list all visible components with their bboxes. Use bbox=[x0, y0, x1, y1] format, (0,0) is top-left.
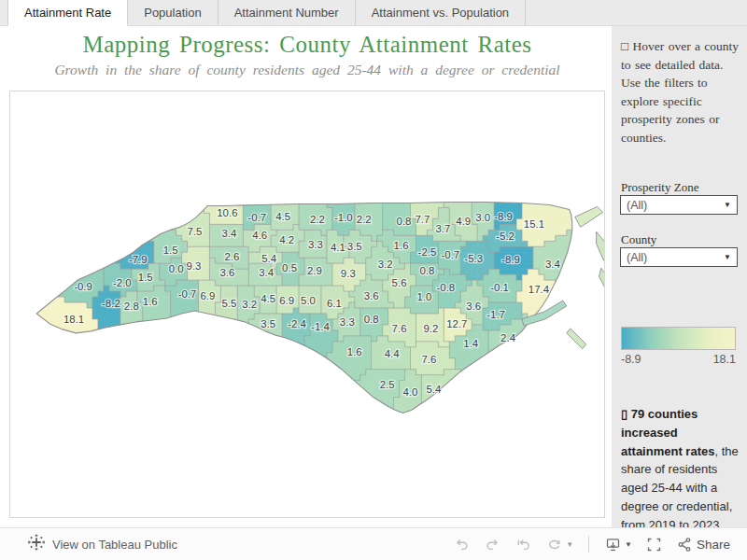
fullscreen-button[interactable] bbox=[645, 537, 663, 553]
county-value-label: 1.6 bbox=[394, 240, 409, 251]
tableau-logo-icon[interactable] bbox=[28, 534, 45, 554]
outer-banks-island bbox=[575, 206, 603, 227]
county-value-label: 4.1 bbox=[331, 242, 345, 253]
county-value-label: 3.3 bbox=[308, 239, 323, 250]
county-value-label: 2.2 bbox=[310, 214, 325, 225]
county-filter-label: County bbox=[621, 232, 656, 247]
county-choropleth-map[interactable]: 10.6-0.74.52.2-1.02.20.87.73.74.93.0-8.9… bbox=[10, 91, 604, 517]
county-value-label: 0.8 bbox=[419, 265, 434, 276]
download-button[interactable]: ▼ bbox=[604, 537, 632, 553]
share-button-label: Share bbox=[697, 538, 730, 552]
county-value-label: -2.5 bbox=[418, 246, 437, 258]
view-on-tableau-public-link[interactable]: View on Tableau Public bbox=[52, 538, 177, 552]
share-button[interactable]: Share bbox=[676, 537, 730, 553]
county-value-label: -0.8 bbox=[436, 282, 455, 293]
county-value-label: -0.7 bbox=[441, 249, 459, 260]
county-value-label: 7.7 bbox=[416, 214, 430, 225]
county-value-label: -1.4 bbox=[311, 321, 330, 332]
page-subtitle: Growth in the share of county residents … bbox=[9, 62, 605, 78]
county-value-label: 17.4 bbox=[529, 284, 550, 295]
county-value-label: 3.2 bbox=[378, 259, 393, 270]
dashboard-header: Mapping Progress: County Attainment Rate… bbox=[9, 32, 605, 78]
color-legend-labels: -8.9 18.1 bbox=[621, 353, 736, 366]
county-value-label: 3.2 bbox=[242, 299, 257, 310]
chevron-down-icon: ▼ bbox=[724, 253, 731, 261]
tab-attainment-vs-population[interactable]: Attainment vs. Population bbox=[356, 0, 526, 25]
county-value-label: 3.6 bbox=[466, 301, 481, 312]
county-value-label: 6.9 bbox=[201, 290, 216, 301]
outer-banks-island bbox=[597, 231, 604, 260]
county-value-label: 0.5 bbox=[282, 262, 297, 273]
outer-banks-island bbox=[567, 329, 586, 349]
tableau-toolbar: View on Tableau Public ▼ ▼ Share bbox=[0, 527, 747, 560]
refresh-button[interactable]: ▼ bbox=[545, 537, 573, 553]
county-value-label: 4.2 bbox=[279, 234, 294, 245]
county-value-label: -0.1 bbox=[490, 282, 509, 293]
county-value-label: 1.0 bbox=[416, 291, 431, 302]
county-value-label: 5.6 bbox=[392, 277, 407, 288]
county-value-label: 4.5 bbox=[261, 293, 275, 304]
legend-min-label: -8.9 bbox=[621, 353, 641, 366]
county-value-label: 2.6 bbox=[224, 251, 239, 262]
county-value-label: 3.4 bbox=[259, 267, 275, 278]
county-value-label: 7.5 bbox=[188, 226, 203, 237]
county-value-label: 3.7 bbox=[435, 223, 450, 234]
sidebar: □ Hover over a county to see detailed da… bbox=[612, 26, 747, 527]
color-legend-gradient bbox=[621, 327, 736, 350]
county-value-label: -5.3 bbox=[464, 253, 483, 264]
tab-attainment-rate[interactable]: Attainment Rate bbox=[7, 0, 128, 26]
chevron-down-icon: ▼ bbox=[724, 201, 731, 209]
legend-max-label: 18.1 bbox=[713, 353, 736, 366]
chevron-down-icon: ▼ bbox=[625, 540, 632, 549]
county-value-label: 2.9 bbox=[307, 265, 322, 276]
county-value-label: -0.7 bbox=[247, 212, 266, 223]
county-value-label: 2.5 bbox=[380, 379, 395, 390]
county-value-label: 4.6 bbox=[252, 230, 267, 241]
county-value-label: 2.8 bbox=[124, 301, 139, 312]
county-value-label: 1.6 bbox=[347, 346, 362, 357]
county-value-label: 1.4 bbox=[463, 338, 479, 349]
county-value-label: 0.8 bbox=[364, 314, 379, 325]
county-value-label: 4.4 bbox=[385, 348, 401, 359]
county-value-label: -8.2 bbox=[102, 298, 120, 309]
undo-button[interactable] bbox=[453, 537, 471, 553]
prosperity-zone-dropdown[interactable]: (All) ▼ bbox=[620, 195, 738, 215]
redo-button[interactable] bbox=[484, 537, 501, 553]
county-value-label: 1.5 bbox=[163, 245, 178, 256]
county-value-label: 3.5 bbox=[261, 318, 275, 329]
county-value-label: 7.6 bbox=[421, 354, 436, 365]
county-value-label: 9.2 bbox=[423, 323, 438, 334]
prosperity-zone-value: (All) bbox=[627, 199, 724, 212]
county-value-label: -2.0 bbox=[113, 277, 132, 288]
summary-note-bold: ▯ 79 counties increased attainment rates bbox=[621, 407, 714, 458]
tab-attainment-number[interactable]: Attainment Number bbox=[218, 0, 356, 25]
county-value-label: 5.4 bbox=[426, 384, 442, 395]
county-value-label: 5.4 bbox=[261, 253, 277, 264]
outer-banks-island bbox=[599, 268, 604, 289]
county-value-label: 12.7 bbox=[446, 318, 467, 329]
summary-note: ▯ 79 counties increased attainment rates… bbox=[621, 405, 742, 534]
county-value-label: 3.4 bbox=[545, 259, 561, 270]
county-value-label: 9.3 bbox=[341, 268, 356, 279]
county-dropdown[interactable]: (All) ▼ bbox=[620, 247, 738, 267]
county-value-label: 6.9 bbox=[279, 295, 294, 306]
county-value-label: -2.4 bbox=[288, 318, 306, 329]
reset-button[interactable] bbox=[514, 537, 532, 553]
county-value-label: 0.0 bbox=[169, 263, 184, 274]
county-value-label: 0.8 bbox=[397, 216, 412, 227]
county-value-label: 2.2 bbox=[357, 214, 372, 225]
county-value-label: 4.5 bbox=[275, 211, 290, 222]
county-value-label: 2.4 bbox=[500, 332, 516, 343]
county-value-label: -1.7 bbox=[486, 309, 505, 320]
county-value-label: 4.9 bbox=[456, 216, 471, 227]
toolbar-divider bbox=[588, 536, 589, 553]
county-value-label: 3.6 bbox=[219, 267, 234, 278]
county-value-label: 3.5 bbox=[347, 241, 362, 252]
county-value-label: -1.0 bbox=[334, 212, 353, 223]
county-value-label: 7.6 bbox=[392, 323, 407, 334]
map-panel: 10.6-0.74.52.2-1.02.20.87.73.74.93.0-8.9… bbox=[9, 91, 605, 518]
page-title: Mapping Progress: County Attainment Rate… bbox=[9, 32, 605, 59]
sheet-tab-bar: Attainment RatePopulationAttainment Numb… bbox=[0, 0, 747, 26]
tab-population[interactable]: Population bbox=[128, 0, 218, 25]
county-value-label: -7.9 bbox=[129, 254, 148, 265]
